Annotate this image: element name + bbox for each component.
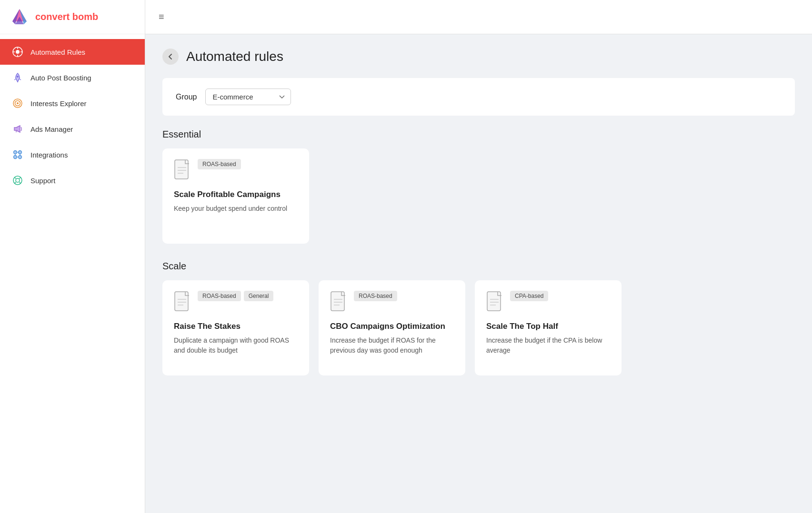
card-name: Raise The Stakes	[174, 321, 298, 332]
card-description: Keep your budget spend under control	[174, 204, 298, 214]
logo-icon	[10, 7, 30, 27]
svg-point-16	[19, 151, 22, 154]
svg-rect-29	[175, 160, 188, 179]
svg-point-18	[19, 156, 22, 159]
card-tags: ROAS-based General	[198, 291, 273, 301]
tag-roas-based: ROAS-based	[354, 291, 397, 301]
card-raise-stakes[interactable]: ROAS-based General Raise The Stakes Dupl…	[162, 280, 309, 375]
page-title: Automated rules	[186, 49, 283, 64]
sidebar-item-auto-post-boosting[interactable]: Auto Post Boosting	[0, 65, 145, 90]
svg-rect-37	[331, 292, 344, 311]
document-icon	[174, 291, 191, 312]
brand-name: convert bomb	[35, 11, 98, 22]
sidebar-item-ads-manager[interactable]: Ads Manager	[0, 116, 145, 142]
svg-line-28	[19, 182, 20, 183]
card-name: CBO Campaigns Optimization	[330, 321, 454, 332]
card-description: Increase the budget if the CPA is below …	[486, 335, 610, 355]
main-content: ≡ Automated rules Group E-commerce Lead …	[145, 0, 812, 513]
sidebar-item-automated-rules[interactable]: Automated Rules	[0, 39, 145, 65]
megaphone-icon	[11, 123, 24, 135]
card-scale-profitable[interactable]: ROAS-based Scale Profitable Campaigns Ke…	[162, 148, 309, 244]
tag-cpa-based: CPA-based	[510, 291, 548, 301]
target-icon	[11, 97, 24, 109]
card-description: Increase the budget if ROAS for the prev…	[330, 335, 454, 355]
card-top: ROAS-based General	[174, 291, 298, 312]
sidebar: convert bomb Automated Rules	[0, 0, 145, 513]
card-tags: ROAS-based	[354, 291, 397, 301]
document-icon	[174, 159, 191, 180]
essential-section: Essential ROAS-based	[162, 129, 795, 244]
nav-items: Automated Rules Auto Post Boosting	[0, 34, 145, 198]
sidebar-item-support[interactable]: Support	[0, 168, 145, 193]
logo-area: convert bomb	[0, 0, 145, 34]
essential-cards-grid: ROAS-based Scale Profitable Campaigns Ke…	[162, 148, 795, 244]
svg-point-24	[16, 178, 20, 182]
page-header: Automated rules	[162, 49, 795, 65]
svg-line-26	[19, 178, 20, 179]
hamburger-icon[interactable]: ≡	[159, 11, 164, 22]
sidebar-item-interests-explorer[interactable]: Interests Explorer	[0, 90, 145, 116]
scale-cards-grid: ROAS-based General Raise The Stakes Dupl…	[162, 280, 795, 375]
document-icon	[330, 291, 347, 312]
svg-rect-33	[175, 292, 188, 311]
sidebar-item-label: Integrations	[30, 151, 68, 159]
card-top: ROAS-based	[330, 291, 454, 312]
sidebar-item-integrations[interactable]: Integrations	[0, 142, 145, 168]
svg-line-27	[15, 182, 16, 183]
scale-section: Scale ROAS-based Gene	[162, 261, 795, 375]
card-scale-top-half[interactable]: CPA-based Scale The Top Half Increase th…	[475, 280, 622, 375]
svg-point-17	[14, 156, 17, 159]
sidebar-item-label: Support	[30, 177, 56, 185]
tag-roas-based: ROAS-based	[198, 291, 241, 301]
sidebar-item-label: Interests Explorer	[30, 99, 87, 108]
tag-roas-based: ROAS-based	[198, 159, 241, 169]
sidebar-item-label: Ads Manager	[30, 125, 73, 133]
rocket-icon	[11, 71, 24, 84]
scale-section-title: Scale	[162, 261, 795, 272]
card-name: Scale Profitable Campaigns	[174, 189, 298, 200]
card-cbo-campaigns[interactable]: ROAS-based CBO Campaigns Optimization In…	[319, 280, 465, 375]
svg-rect-41	[487, 292, 501, 311]
support-icon	[11, 174, 24, 187]
group-section: Group E-commerce Lead Generation Brand A…	[162, 78, 795, 116]
group-select[interactable]: E-commerce Lead Generation Brand Awarene…	[205, 89, 291, 105]
svg-point-15	[14, 151, 17, 154]
card-tags: CPA-based	[510, 291, 548, 301]
svg-line-25	[15, 178, 16, 179]
document-icon	[486, 291, 503, 312]
integrations-icon	[11, 148, 24, 161]
card-top: ROAS-based	[174, 159, 298, 180]
card-description: Duplicate a campaign with good ROAS and …	[174, 335, 298, 355]
card-tags: ROAS-based	[198, 159, 241, 169]
tag-general: General	[244, 291, 274, 301]
back-button[interactable]	[162, 49, 179, 65]
content-area: Automated rules Group E-commerce Lead Ge…	[145, 34, 812, 513]
group-label: Group	[176, 93, 197, 101]
svg-point-13	[17, 102, 19, 104]
essential-section-title: Essential	[162, 129, 795, 140]
topbar: ≡	[145, 0, 812, 34]
card-top: CPA-based	[486, 291, 610, 312]
rules-icon	[11, 46, 24, 58]
svg-point-10	[17, 76, 19, 78]
card-name: Scale The Top Half	[486, 321, 610, 332]
sidebar-item-label: Automated Rules	[30, 48, 85, 56]
sidebar-item-label: Auto Post Boosting	[30, 74, 91, 82]
svg-point-5	[16, 50, 20, 54]
